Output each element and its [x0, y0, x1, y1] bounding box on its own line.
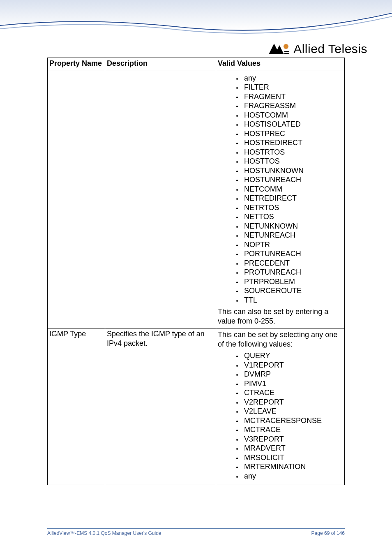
list-item: PROTUNREACH [242, 268, 343, 277]
list-item: MRADVERT [242, 444, 343, 453]
list-item: NETCOMM [242, 185, 343, 194]
table-header-row: Property Name Description Valid Values [48, 58, 345, 70]
list-item: any [242, 472, 343, 481]
list-item: V3REPORT [242, 435, 343, 444]
header-banner [0, 0, 392, 53]
value-intro: This can be set by selecting any one of … [218, 330, 343, 349]
list-item: MCTRACERESPONSE [242, 416, 343, 426]
list-item: HOSTCOMM [242, 111, 343, 120]
page-footer: AlliedView™-EMS 4.0.1 QoS Manager User's… [47, 528, 345, 536]
properties-table: Property Name Description Valid Values a… [47, 58, 345, 485]
list-item: PTRPROBLEM [242, 277, 343, 287]
cell-description [105, 70, 216, 328]
list-item: NETUNREACH [242, 231, 343, 240]
col-header-description: Description [105, 58, 216, 70]
list-item: MRSOLICIT [242, 453, 343, 462]
cell-valid-values: This can be set by selecting any one of … [216, 328, 345, 485]
list-item: FRAGMENT [242, 92, 343, 102]
list-item: MRTERMINATION [242, 462, 343, 472]
list-item: NETREDIRECT [242, 194, 343, 203]
list-item: PIMV1 [242, 379, 343, 388]
list-item: HOSTPREC [242, 129, 343, 139]
list-item: V2REPORT [242, 398, 343, 407]
value-list: any FILTER FRAGMENT FRAGREASSM HOSTCOMM … [218, 74, 343, 305]
list-item: NETTOS [242, 212, 343, 222]
list-item: V2LEAVE [242, 407, 343, 416]
cell-property-name [48, 70, 105, 328]
list-item: HOSTUNREACH [242, 175, 343, 185]
list-item: CTRACE [242, 388, 343, 398]
col-header-valid-values: Valid Values [216, 58, 345, 70]
list-item: NOPTR [242, 240, 343, 250]
list-item: PRECEDENT [242, 259, 343, 268]
table-row: IGMP Type Specifies the IGMP type of an … [48, 328, 345, 485]
list-item: MCTRACE [242, 425, 343, 435]
cell-property-name: IGMP Type [48, 328, 105, 485]
col-header-property-name: Property Name [48, 58, 105, 70]
list-item: NETRTOS [242, 203, 343, 213]
list-item: FILTER [242, 83, 343, 92]
list-item: HOSTREDIRECT [242, 138, 343, 148]
value-list: QUERY V1REPORT DVMRP PIMV1 CTRACE V2REPO… [218, 351, 343, 481]
list-item: any [242, 74, 343, 83]
cell-valid-values: any FILTER FRAGMENT FRAGREASSM HOSTCOMM … [216, 70, 345, 328]
list-item: DVMRP [242, 370, 343, 379]
footer-title: AlliedView™-EMS 4.0.1 QoS Manager User's… [47, 530, 161, 536]
list-item: HOSTTOS [242, 157, 343, 166]
table-row: any FILTER FRAGMENT FRAGREASSM HOSTCOMM … [48, 70, 345, 328]
value-note: This can also be set by entering a value… [218, 307, 343, 326]
list-item: TTL [242, 296, 343, 305]
list-item: NETUNKNOWN [242, 222, 343, 231]
list-item: HOSTUNKNOWN [242, 166, 343, 176]
list-item: QUERY [242, 351, 343, 361]
list-item: V1REPORT [242, 361, 343, 370]
footer-page-number: Page 69 of 146 [311, 530, 345, 536]
list-item: HOSTRTOS [242, 148, 343, 157]
list-item: HOSTISOLATED [242, 120, 343, 129]
list-item: PORTUNREACH [242, 249, 343, 259]
list-item: FRAGREASSM [242, 101, 343, 111]
list-item: SOURCEROUTE [242, 286, 343, 296]
cell-description: Specifies the IGMP type of an IPv4 packe… [105, 328, 216, 485]
